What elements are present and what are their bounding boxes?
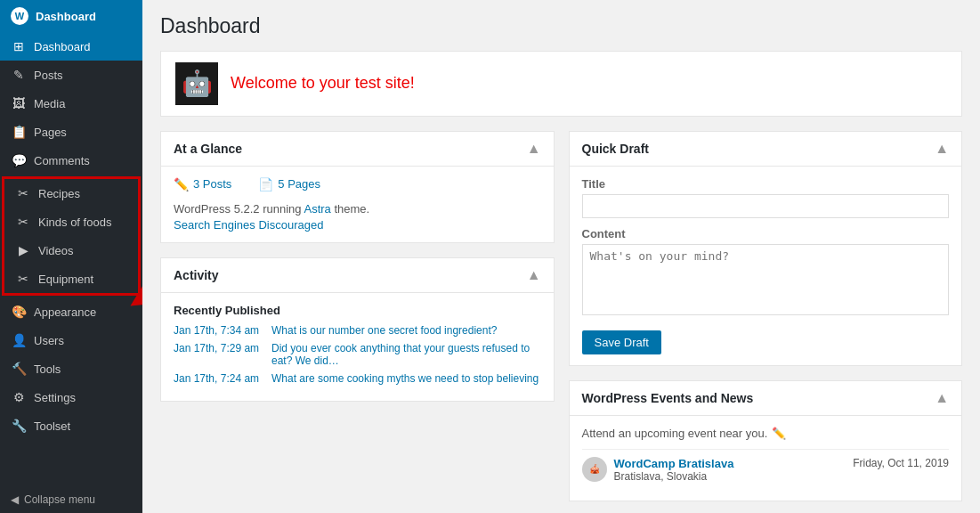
at-a-glance-header: At a Glance ▲ [161,132,554,167]
activity-time-2[interactable]: Jan 17th, 7:24 am [174,372,263,385]
event-date-0: Friday, Oct 11, 2019 [853,457,949,469]
event-left-0: 🎪 WordCamp Bratislava Bratislava, Slovak… [582,457,734,483]
content-field: Content [582,227,950,318]
event-item-0: 🎪 WordCamp Bratislava Bratislava, Slovak… [582,449,950,490]
quick-draft-toggle[interactable]: ▲ [935,141,949,157]
collapse-arrow-icon: ◀ [11,493,19,506]
wp-events-widget: WordPress Events and News ▲ Attend an up… [569,380,963,501]
quick-draft-header: Quick Draft ▲ [570,132,962,167]
collapse-menu-button[interactable]: ◀ Collapse menu [0,486,142,513]
title-input[interactable] [582,194,950,218]
settings-icon: ⚙ [11,390,27,404]
dashboard-icon: ⊞ [11,39,27,53]
sidebar-item-posts[interactable]: ✎ Posts [0,61,142,89]
search-engines-link[interactable]: Search Engines Discouraged [174,218,541,232]
activity-link-1[interactable]: Did you ever cook anything that your gue… [271,342,541,367]
sidebar-logo[interactable]: W Dashboard [0,0,142,32]
sidebar-item-users[interactable]: 👤 Users [0,326,142,354]
sidebar-item-kinds-of-foods[interactable]: ✂ Kinds of foods [4,208,138,236]
pages-stat: 📄 5 Pages [258,177,320,191]
tools-icon: 🔨 [11,362,27,376]
pages-icon: 📋 [11,125,27,139]
sidebar-item-appearance[interactable]: 🎨 Appearance [0,297,142,326]
posts-stat-label: 3 Posts [193,177,231,191]
page-title: Dashboard [160,13,962,40]
sidebar-item-settings[interactable]: ⚙ Settings [0,383,142,411]
wp-events-title: WordPress Events and News [582,391,754,405]
activity-link-0[interactable]: What is our number one secret food ingre… [271,324,497,337]
pages-stat-label: 5 Pages [278,177,320,191]
sidebar-item-media[interactable]: 🖼 Media [0,89,142,118]
activity-title: Activity [174,268,219,282]
activity-time-1[interactable]: Jan 17th, 7:29 am [174,342,263,367]
sidebar-item-label: Toolset [34,419,70,433]
recently-published-title: Recently Published [174,304,541,317]
wp-events-header: WordPress Events and News ▲ [570,381,962,416]
sidebar-item-label: Pages [34,126,67,139]
sidebar-item-label: Users [34,334,64,347]
wp-events-body: Attend an upcoming event near you. ✏️ 🎪 … [570,416,962,501]
save-draft-button[interactable]: Save Draft [582,330,661,354]
quick-draft-widget: Quick Draft ▲ Title Content Save Draft [569,131,963,366]
sidebar-item-label: Kinds of foods [38,216,111,229]
sidebar-item-label: Appearance [34,305,96,319]
sidebar-item-label: Settings [34,391,76,404]
activity-widget: Activity ▲ Recently Published Jan 17th, … [160,257,555,402]
activity-link-2[interactable]: What are some cooking myths we need to s… [271,372,539,385]
at-a-glance-body: ✏️ 3 Posts 📄 5 Pages WordPress 5. [161,167,554,242]
sidebar-item-dashboard[interactable]: ⊞ Dashboard [0,32,142,61]
activity-time-0[interactable]: Jan 17th, 7:34 am [174,324,263,337]
users-icon: 👤 [11,333,27,347]
videos-icon: ▶ [15,243,31,257]
sidebar-item-tools[interactable]: 🔨 Tools [0,354,142,383]
activity-item-2: Jan 17th, 7:24 am What are some cooking … [174,372,541,385]
title-field: Title [582,177,950,218]
welcome-text: Welcome to your test site! [231,74,415,93]
sidebar-item-toolset[interactable]: 🔧 Toolset [0,411,142,440]
wp-events-toggle[interactable]: ▲ [935,390,949,406]
pages-stat-icon: 📄 [258,177,273,191]
dashboard-columns: At a Glance ▲ ✏️ 3 Posts 📄 [160,131,962,501]
toolset-icon: 🔧 [11,419,27,433]
sidebar-item-recipes[interactable]: ✂ Recipes [4,179,138,208]
glance-stats: ✏️ 3 Posts 📄 5 Pages [174,177,541,191]
posts-stat-link[interactable]: ✏️ 3 Posts [174,177,231,191]
theme-suffix: theme. [334,202,369,216]
title-label: Title [582,177,950,191]
attend-text: Attend an upcoming event near you. [582,427,768,440]
posts-stat: ✏️ 3 Posts [174,177,231,191]
activity-item-0: Jan 17th, 7:34 am What is our number one… [174,324,541,337]
activity-toggle[interactable]: ▲ [527,267,541,283]
quick-draft-body: Title Content Save Draft [570,167,962,365]
quick-draft-title: Quick Draft [582,142,649,156]
at-a-glance-toggle[interactable]: ▲ [527,141,541,157]
activity-body: Recently Published Jan 17th, 7:34 am Wha… [161,293,554,401]
welcome-banner: 🤖 Welcome to your test site! [160,51,962,117]
event-name-0[interactable]: WordCamp Bratislava [614,457,734,470]
comments-icon: 💬 [11,153,27,167]
recipes-icon: ✂ [15,186,31,200]
sidebar-item-comments[interactable]: 💬 Comments [0,146,142,175]
sidebar-item-pages[interactable]: 📋 Pages [0,118,142,146]
sidebar-logo-label: Dashboard [36,10,96,23]
left-column: At a Glance ▲ ✏️ 3 Posts 📄 [160,131,555,501]
sidebar-item-label: Tools [34,362,61,376]
event-location-0: Bratislava, Slovakia [614,470,734,483]
sidebar-item-videos[interactable]: ▶ Videos [4,236,138,265]
sidebar-item-label: Videos [38,244,74,257]
sidebar-item-label: Equipment [38,273,93,286]
event-avatar-0: 🎪 [582,457,607,482]
theme-link[interactable]: Astra [304,202,330,216]
content-textarea[interactable] [582,244,950,315]
media-icon: 🖼 [11,96,27,110]
sidebar-item-equipment[interactable]: ✂ Equipment [4,265,138,293]
sidebar-item-label: Comments [34,154,90,167]
right-column: Quick Draft ▲ Title Content Save Draft [569,131,963,501]
wp-logo-icon: W [11,7,28,25]
posts-icon: ✎ [11,68,27,82]
activity-item-1: Jan 17th, 7:29 am Did you ever cook anyt… [174,342,541,367]
pages-stat-link[interactable]: 📄 5 Pages [258,177,320,191]
sidebar-item-label: Dashboard [34,40,91,53]
sidebar-item-label: Media [34,97,65,110]
main-content: Dashboard 🤖 Welcome to your test site! A… [142,0,980,513]
